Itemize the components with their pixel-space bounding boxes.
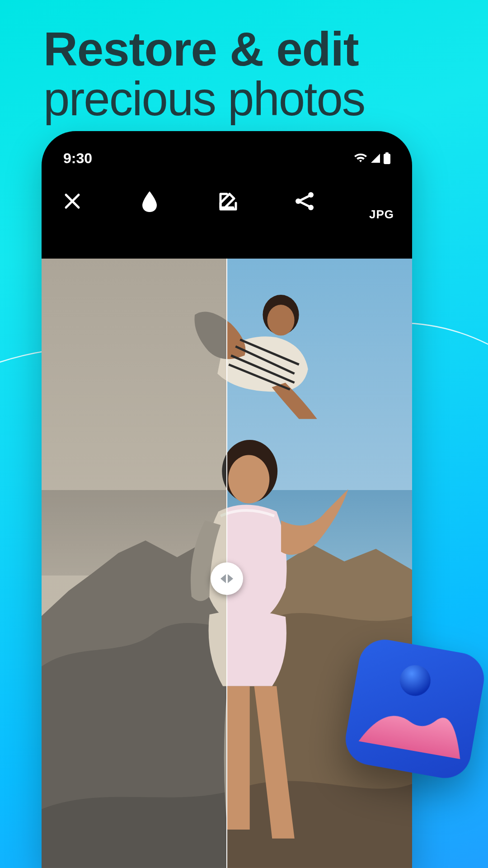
compare-slider-handle[interactable] (211, 562, 243, 595)
close-button[interactable] (60, 189, 85, 214)
compare-view[interactable] (42, 259, 412, 868)
share-button[interactable] (292, 189, 317, 214)
wifi-icon (354, 153, 367, 164)
headline-bold: Restore & edit (43, 25, 463, 73)
save-format-label: JPG (369, 208, 394, 222)
svg-point-10 (267, 305, 294, 335)
colorize-button[interactable] (137, 189, 162, 214)
chevron-right-icon (228, 574, 233, 583)
picture-icon (342, 636, 488, 782)
edit-button[interactable] (214, 189, 239, 214)
edit-icon (216, 190, 238, 212)
compare-before (42, 259, 227, 868)
status-bar: 9:30 (42, 148, 412, 168)
svg-point-13 (398, 663, 433, 698)
promo-headline: Restore & edit precious photos (43, 25, 463, 125)
app-icon-badge (342, 636, 488, 782)
status-time: 9:30 (63, 150, 92, 167)
status-icons (354, 152, 390, 164)
share-icon (294, 190, 315, 212)
close-icon (61, 190, 83, 212)
save-icon (371, 181, 392, 203)
save-button[interactable]: JPG (369, 181, 394, 222)
battery-icon (384, 152, 390, 164)
cellular-icon (370, 153, 381, 164)
compare-after (227, 259, 412, 868)
drop-icon (140, 189, 159, 213)
svg-rect-1 (385, 152, 389, 154)
headline-sub: precious photos (43, 73, 463, 125)
chevron-left-icon (221, 574, 226, 583)
svg-point-12 (228, 455, 269, 504)
editor-toolbar: JPG (42, 176, 412, 226)
svg-rect-0 (384, 154, 390, 164)
